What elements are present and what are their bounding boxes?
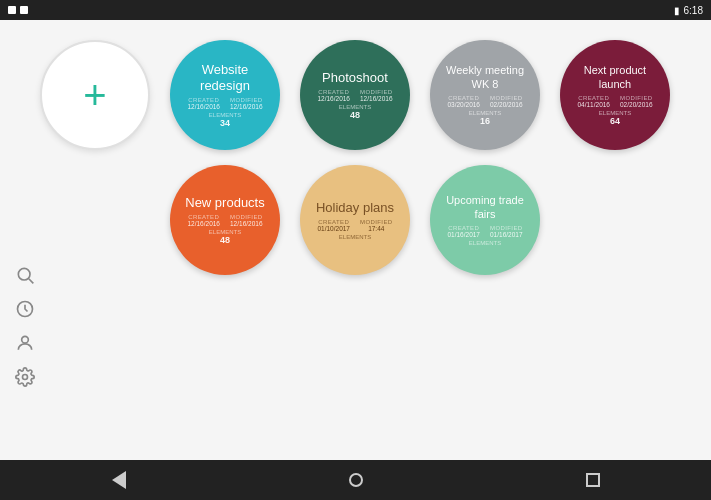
circle-title: Next product launch [560, 64, 670, 90]
svg-point-3 [22, 336, 29, 343]
sidebar [0, 252, 50, 400]
circle-meta: CREATED 12/16/2016 MODIFIED 12/16/2016 [187, 97, 262, 110]
recent-button[interactable] [578, 465, 608, 495]
status-bar-left [8, 6, 28, 14]
circle-photoshoot[interactable]: Photoshoot CREATED 12/16/2016 MODIFIED 1… [300, 40, 410, 150]
back-icon [112, 471, 126, 489]
circle-meta: CREATED 01/16/2017 MODIFIED 01/16/2017 [447, 225, 522, 238]
plus-icon: + [83, 75, 106, 115]
circle-title: New products [177, 195, 272, 211]
circle-upcoming-trade-fairs[interactable]: Upcoming trade fairs CREATED 01/16/2017 … [430, 165, 540, 275]
main-content: + Website redesign CREATED 12/16/2016 MO… [0, 20, 711, 460]
svg-point-0 [18, 268, 30, 280]
circle-weekly-meeting[interactable]: Weekly meeting WK 8 CREATED 03/20/2016 M… [430, 40, 540, 150]
status-bar-right: ▮ 6:18 [674, 5, 703, 16]
circle-meta: CREATED 03/20/2016 MODIFIED 02/20/2016 [447, 95, 522, 108]
circle-holiday-plans[interactable]: Holiday plans CREATED 01/10/2017 MODIFIE… [300, 165, 410, 275]
battery-icon: ▮ [674, 5, 680, 16]
circle-new-products[interactable]: New products CREATED 12/16/2016 MODIFIED… [170, 165, 280, 275]
recent-icon [586, 473, 600, 487]
circle-title: Photoshoot [314, 70, 396, 86]
status-icon-1 [8, 6, 16, 14]
circle-title: Upcoming trade fairs [430, 194, 540, 220]
svg-point-4 [23, 375, 28, 380]
circle-meta: CREATED 12/16/2016 MODIFIED 12/16/2016 [187, 214, 262, 227]
profile-icon[interactable] [12, 330, 38, 356]
add-circle-button[interactable]: + [40, 40, 150, 150]
settings-icon[interactable] [12, 364, 38, 390]
home-button[interactable] [341, 465, 371, 495]
home-icon [349, 473, 363, 487]
circles-row-2: New products CREATED 12/16/2016 MODIFIED… [170, 165, 671, 275]
bottom-nav [0, 460, 711, 500]
status-icon-2 [20, 6, 28, 14]
circles-row-1: + Website redesign CREATED 12/16/2016 MO… [40, 40, 671, 150]
circle-title: Holiday plans [308, 200, 402, 216]
circle-meta: CREATED 04/11/2016 MODIFIED 02/20/2016 [577, 95, 652, 108]
circle-next-product-launch[interactable]: Next product launch CREATED 04/11/2016 M… [560, 40, 670, 150]
status-bar: ▮ 6:18 [0, 0, 711, 20]
circle-title: Weekly meeting WK 8 [430, 64, 540, 90]
circle-title: Website redesign [170, 62, 280, 93]
search-icon[interactable] [12, 262, 38, 288]
svg-line-1 [29, 279, 34, 284]
circle-meta: CREATED 01/10/2017 MODIFIED 17:44 [317, 219, 392, 232]
circle-website-redesign[interactable]: Website redesign CREATED 12/16/2016 MODI… [170, 40, 280, 150]
circle-meta: CREATED 12/16/2016 MODIFIED 12/16/2016 [317, 89, 392, 102]
clock-icon[interactable] [12, 296, 38, 322]
back-button[interactable] [104, 465, 134, 495]
status-time: 6:18 [684, 5, 703, 16]
